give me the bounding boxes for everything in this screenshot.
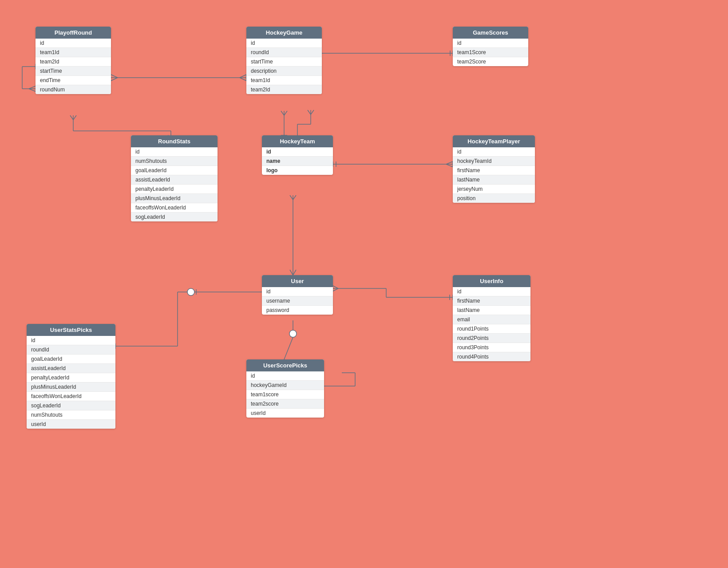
svg-line-34 (446, 164, 453, 167)
field-row: startTime (246, 57, 322, 67)
table-header-UserScorePicks: UserScorePicks (246, 359, 324, 371)
field-row: plusMinusLeaderId (27, 383, 115, 392)
field-row: position (453, 194, 535, 203)
field-row: roundId (246, 48, 322, 57)
field-row: name (262, 157, 333, 166)
table-header-UserInfo: UserInfo (453, 275, 530, 287)
field-row: faceoffsWonLeaderId (27, 392, 115, 401)
svg-line-40 (290, 270, 293, 275)
table-header-HockeyTeam: HockeyTeam (262, 135, 333, 147)
svg-line-1 (111, 75, 118, 78)
table-UserScorePicks: UserScorePicks id hockeyGameId team1scor… (246, 359, 324, 418)
svg-line-20 (284, 111, 287, 115)
field-row: id (262, 147, 333, 157)
field-row: assistLeaderId (27, 364, 115, 373)
field-row: team1Id (36, 48, 111, 57)
svg-point-45 (187, 288, 194, 296)
field-row: firstName (453, 296, 530, 306)
field-row: id (246, 371, 324, 381)
svg-line-28 (308, 110, 311, 114)
field-row: numShutouts (131, 157, 218, 166)
field-row: userId (27, 420, 115, 429)
svg-line-6 (240, 78, 246, 81)
field-row: team1score (246, 390, 324, 399)
field-row: plusMinusLeaderId (131, 194, 218, 203)
field-row: hockeyTeamId (453, 157, 535, 166)
field-row: userId (246, 409, 324, 418)
table-header-UserStatsPicks: UserStatsPicks (27, 324, 115, 336)
field-row: faceoffsWonLeaderId (131, 203, 218, 213)
table-UserInfo: UserInfo id firstName lastName email rou… (453, 275, 530, 361)
svg-line-29 (311, 110, 314, 114)
table-GameScores: GameScores id team1Score team2Score (453, 27, 528, 66)
field-row: numShutouts (27, 410, 115, 420)
svg-point-52 (289, 330, 297, 337)
field-row: goalLeaderId (27, 355, 115, 364)
field-row: hockeyGameId (246, 381, 324, 390)
field-row: roundId (27, 345, 115, 355)
svg-line-38 (290, 195, 293, 200)
field-row: id (262, 287, 333, 296)
field-row: round4Points (453, 352, 530, 361)
field-row: team2Id (36, 57, 111, 67)
svg-line-14 (73, 115, 76, 120)
field-row: id (453, 39, 528, 48)
svg-line-33 (446, 162, 453, 164)
field-row: team2score (246, 399, 324, 409)
svg-line-51 (284, 337, 293, 359)
field-row: id (246, 39, 322, 48)
field-row: sogLeaderId (131, 213, 218, 221)
table-header-User: User (262, 275, 333, 287)
svg-line-39 (293, 195, 296, 200)
field-row: team2Id (246, 85, 322, 94)
svg-line-19 (281, 111, 284, 115)
field-row: id (453, 147, 535, 157)
field-row: team1Score (453, 48, 528, 57)
svg-line-72 (29, 89, 36, 91)
field-row: startTime (36, 67, 111, 76)
field-row: assistLeaderId (131, 175, 218, 185)
field-row: id (36, 39, 111, 48)
field-row: logo (262, 166, 333, 175)
table-HockeyTeam: HockeyTeam id name logo (262, 135, 333, 175)
table-header-HockeyTeamPlayer: HockeyTeamPlayer (453, 135, 535, 147)
svg-line-60 (333, 288, 338, 291)
table-header-GameScores: GameScores (453, 27, 528, 39)
table-HockeyTeamPlayer: HockeyTeamPlayer id hockeyTeamId firstNa… (453, 135, 535, 203)
svg-line-41 (293, 270, 296, 275)
svg-line-59 (333, 286, 338, 288)
table-PlayoffRound: PlayoffRound id team1Id team2Id startTim… (36, 27, 111, 94)
table-HockeyGame: HockeyGame id roundId startTime descript… (246, 27, 322, 94)
field-row: password (262, 306, 333, 315)
field-row: penaltyLeaderId (27, 373, 115, 383)
field-row: goalLeaderId (131, 166, 218, 175)
table-UserStatsPicks: UserStatsPicks id roundId goalLeaderId a… (27, 324, 115, 429)
field-row: round3Points (453, 343, 530, 352)
field-row: id (27, 336, 115, 345)
field-row: endTime (36, 76, 111, 85)
field-row: round1Points (453, 324, 530, 334)
field-row: jerseyNum (453, 185, 535, 194)
svg-line-71 (29, 86, 36, 89)
field-row: email (453, 315, 530, 324)
table-header-HockeyGame: HockeyGame (246, 27, 322, 39)
diagram-container: PlayoffRound id team1Id team2Id startTim… (0, 0, 728, 568)
field-row: username (262, 296, 333, 306)
table-header-RoundStats: RoundStats (131, 135, 218, 147)
field-row: id (131, 147, 218, 157)
table-header-PlayoffRound: PlayoffRound (36, 27, 111, 39)
svg-line-13 (70, 115, 73, 120)
field-row: penaltyLeaderId (131, 185, 218, 194)
table-RoundStats: RoundStats id numShutouts goalLeaderId a… (131, 135, 218, 221)
svg-line-5 (240, 75, 246, 78)
field-row: lastName (453, 306, 530, 315)
field-row: team1Id (246, 76, 322, 85)
field-row: id (453, 287, 530, 296)
field-row: team2Score (453, 57, 528, 66)
svg-line-2 (111, 78, 118, 81)
field-row: description (246, 67, 322, 76)
field-row: sogLeaderId (27, 401, 115, 410)
table-User: User id username password (262, 275, 333, 315)
field-row: roundNum (36, 85, 111, 94)
field-row: firstName (453, 166, 535, 175)
